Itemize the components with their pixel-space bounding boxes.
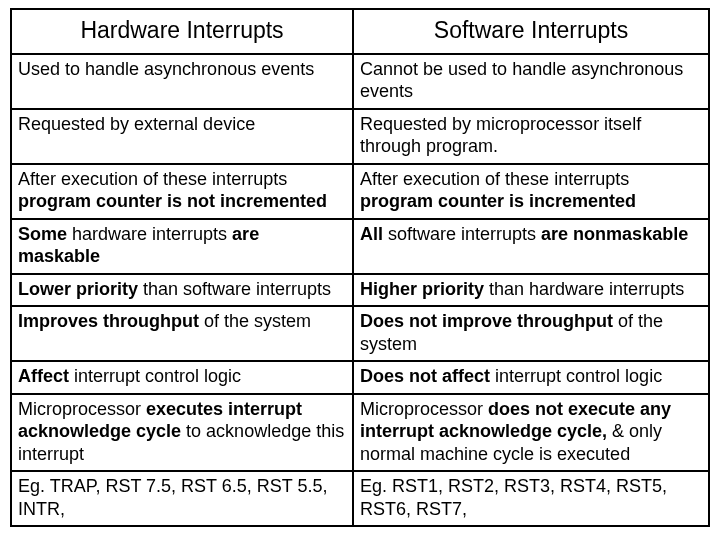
cell-software: Does not improve throughput of the syste… (353, 306, 709, 361)
table-row: Requested by external deviceRequested by… (11, 109, 709, 164)
cell-hardware: Lower priority than software interrupts (11, 274, 353, 307)
cell-software: Higher priority than hardware interrupts (353, 274, 709, 307)
cell-hardware: Used to handle asynchronous events (11, 54, 353, 109)
table-row: After execution of these interrupts prog… (11, 164, 709, 219)
cell-software: Cannot be used to handle asynchronous ev… (353, 54, 709, 109)
cell-hardware: Affect interrupt control logic (11, 361, 353, 394)
interrupts-comparison-table: Hardware Interrupts Software Interrupts … (10, 8, 710, 527)
table-row: Improves throughput of the systemDoes no… (11, 306, 709, 361)
table-row: Affect interrupt control logicDoes not a… (11, 361, 709, 394)
cell-software: Does not affect interrupt control logic (353, 361, 709, 394)
cell-hardware: Some hardware interrupts are maskable (11, 219, 353, 274)
table-body: Used to handle asynchronous eventsCannot… (11, 54, 709, 527)
cell-software: Microprocessor does not execute any inte… (353, 394, 709, 472)
cell-software: After execution of these interrupts prog… (353, 164, 709, 219)
cell-hardware: Requested by external device (11, 109, 353, 164)
cell-software: All software interrupts are nonmaskable (353, 219, 709, 274)
cell-hardware: Improves throughput of the system (11, 306, 353, 361)
cell-hardware: Microprocessor executes interrupt acknow… (11, 394, 353, 472)
table-row: Lower priority than software interruptsH… (11, 274, 709, 307)
cell-software: Requested by microprocessor itself throu… (353, 109, 709, 164)
cell-hardware: Eg. TRAP, RST 7.5, RST 6.5, RST 5.5, INT… (11, 471, 353, 526)
table-row: Microprocessor executes interrupt acknow… (11, 394, 709, 472)
table-row: Some hardware interrupts are maskableAll… (11, 219, 709, 274)
cell-hardware: After execution of these interrupts prog… (11, 164, 353, 219)
header-hardware: Hardware Interrupts (11, 9, 353, 54)
header-software: Software Interrupts (353, 9, 709, 54)
table-row: Eg. TRAP, RST 7.5, RST 6.5, RST 5.5, INT… (11, 471, 709, 526)
cell-software: Eg. RST1, RST2, RST3, RST4, RST5, RST6, … (353, 471, 709, 526)
table-row: Used to handle asynchronous eventsCannot… (11, 54, 709, 109)
